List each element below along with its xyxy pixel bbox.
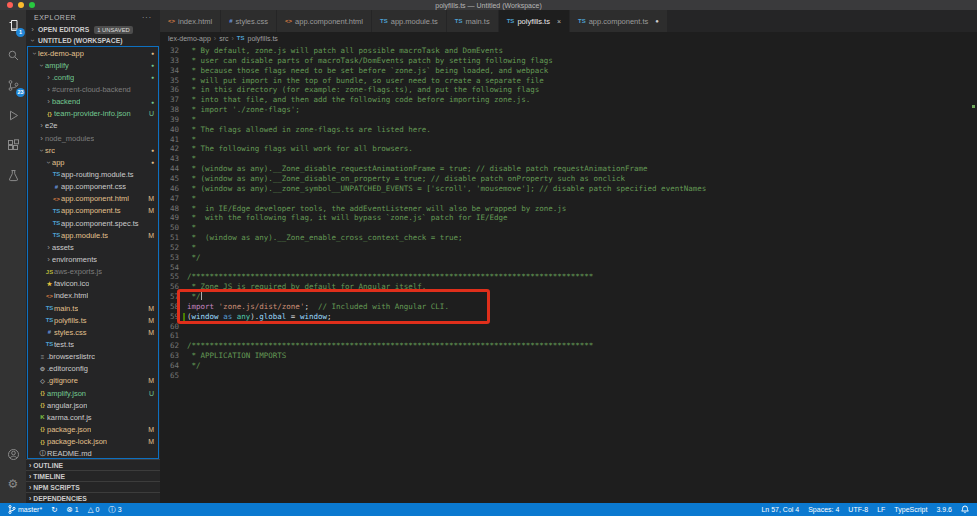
tree-folder-node_modules[interactable]: ›node_modules bbox=[28, 132, 158, 144]
tree-file-test.ts[interactable]: TStest.ts bbox=[28, 338, 158, 350]
open-editors-section[interactable]: › OPEN EDITORS 1 UNSAVED bbox=[26, 24, 160, 35]
tree-file-package-lock.json[interactable]: {}package-lock.jsonM bbox=[28, 436, 158, 448]
code-line-41: 41 * bbox=[160, 135, 977, 145]
tree-file-main.ts[interactable]: TSmain.tsM bbox=[28, 302, 158, 314]
tree-item-label: test.ts bbox=[54, 340, 74, 349]
maximize-window-button[interactable] bbox=[29, 2, 35, 8]
tree-folder-assets[interactable]: ›assets bbox=[28, 241, 158, 253]
panel-outline[interactable]: ›OUTLINE bbox=[26, 459, 160, 470]
tree-file-app.component.ts[interactable]: TSapp.component.tsM bbox=[28, 205, 158, 217]
tree-file-app-routing.module.ts[interactable]: TSapp-routing.module.ts bbox=[28, 168, 158, 180]
tree-folder-.config[interactable]: ›.config● bbox=[28, 71, 158, 83]
status-3-9-6[interactable]: 3.9.6 bbox=[936, 506, 952, 513]
extensions-icon[interactable] bbox=[0, 130, 26, 160]
code-line-37: 37 * into that file, and then add the fo… bbox=[160, 95, 977, 105]
tree-file-.gitignore[interactable]: ◇.gitignoreM bbox=[28, 375, 158, 387]
tree-file-polyfills.ts[interactable]: TSpolyfills.tsM bbox=[28, 314, 158, 326]
tree-file-amplify.json[interactable]: {}amplify.jsonU bbox=[28, 387, 158, 399]
code-line-42: 42 * The following flags will work for a… bbox=[160, 144, 977, 154]
tree-folder-#current-cloud-backend[interactable]: ›#current-cloud-backend bbox=[28, 83, 158, 95]
status-warning[interactable]: △0 bbox=[88, 505, 100, 514]
tree-file-karma.conf.js[interactable]: Kkarma.conf.js bbox=[28, 411, 158, 423]
tree-folder-environments[interactable]: ›environments bbox=[28, 253, 158, 265]
tree-folder-e2e[interactable]: ›e2e bbox=[28, 120, 158, 132]
status-typescript[interactable]: TypeScript bbox=[894, 506, 927, 513]
line-number: 41 bbox=[160, 135, 179, 145]
tree-item-label: lex-demo-app bbox=[38, 49, 84, 58]
tab-styles.css[interactable]: #styles.css bbox=[221, 10, 277, 32]
tree-file-index.html[interactable]: <>index.html bbox=[28, 290, 158, 302]
chevron-right-icon: › bbox=[45, 73, 52, 82]
tab-index.html[interactable]: <>index.html bbox=[160, 10, 221, 32]
status-utf-8[interactable]: UTF-8 bbox=[848, 506, 868, 513]
tree-item-label: .browserslistrc bbox=[47, 352, 95, 361]
account-icon[interactable] bbox=[0, 439, 26, 469]
tree-file-favicon.ico[interactable]: ★favicon.ico bbox=[28, 278, 158, 290]
tree-folder-src[interactable]: ›src● bbox=[28, 144, 158, 156]
testing-icon[interactable] bbox=[0, 160, 26, 190]
chevron-down-icon: › bbox=[37, 147, 46, 154]
code-editor[interactable]: 32 * By default, zone.js will patch all … bbox=[160, 44, 977, 503]
tree-file-team-provider-info.json[interactable]: {}team-provider-info.jsonU bbox=[28, 108, 158, 120]
explorer-icon[interactable]: 1 bbox=[0, 10, 26, 40]
panel-dependencies[interactable]: ›DEPENDENCIES bbox=[26, 492, 160, 503]
status-bell[interactable] bbox=[961, 505, 969, 514]
tree-folder-backend[interactable]: ›backend● bbox=[28, 96, 158, 108]
tree-file-package.json[interactable]: {}package.jsonM bbox=[28, 423, 158, 435]
chevron-right-icon: › bbox=[29, 495, 31, 502]
tree-file-app.component.spec.ts[interactable]: TSapp.component.spec.ts bbox=[28, 217, 158, 229]
close-tab-icon[interactable]: × bbox=[557, 18, 561, 25]
tab-app.component.html[interactable]: <>app.component.html bbox=[277, 10, 372, 32]
source-control-icon[interactable]: 23 bbox=[0, 70, 26, 100]
status-ln-57-col-4[interactable]: Ln 57, Col 4 bbox=[761, 506, 799, 513]
tree-file-.editorconfig[interactable]: ⚙.editorconfig bbox=[28, 363, 158, 375]
tree-folder-app[interactable]: ›app● bbox=[28, 156, 158, 168]
git-modified-dot-icon: ● bbox=[151, 50, 154, 56]
tab-bar: <>index.html#styles.css<>app.component.h… bbox=[160, 10, 977, 32]
tree-file-app.component.css[interactable]: #app.component.css bbox=[28, 181, 158, 193]
workspace-section[interactable]: › UNTITLED (WORKSPACE) bbox=[26, 35, 160, 46]
chevron-right-icon: › bbox=[45, 85, 52, 94]
status-spaces-4[interactable]: Spaces: 4 bbox=[808, 506, 839, 513]
status-info[interactable]: ⓘ3 bbox=[108, 505, 121, 515]
minimize-window-button[interactable] bbox=[18, 2, 24, 8]
editor-group: <>index.html#styles.css<>app.component.h… bbox=[160, 10, 977, 503]
status-lf[interactable]: LF bbox=[877, 506, 885, 513]
breadcrumb-item[interactable]: polyfills.ts bbox=[248, 35, 278, 42]
status-sync[interactable]: ↻ bbox=[51, 505, 57, 514]
tab-polyfills.ts[interactable]: TSpolyfills.ts× bbox=[499, 10, 570, 32]
tree-file-.browserslistrc[interactable]: ≡.browserslistrc bbox=[28, 351, 158, 363]
tree-item-label: e2e bbox=[45, 121, 58, 130]
run-debug-icon[interactable] bbox=[0, 100, 26, 130]
chevron-right-icon: › bbox=[45, 97, 52, 106]
tree-folder-amplify[interactable]: ›amplify● bbox=[28, 59, 158, 71]
html-file-icon: <> bbox=[168, 18, 175, 24]
breadcrumb[interactable]: lex-demo-app›src›TSpolyfills.ts bbox=[160, 32, 977, 44]
code-line-61: 61 bbox=[160, 331, 977, 341]
settings-gear-icon[interactable]: ⚙ bbox=[0, 469, 26, 499]
tree-file-app.component.html[interactable]: <>app.component.htmlM bbox=[28, 193, 158, 205]
tree-file-angular.json[interactable]: {}angular.json bbox=[28, 399, 158, 411]
ts-file-icon: TS bbox=[52, 208, 61, 214]
tree-folder-lex-demo-app[interactable]: ›lex-demo-app● bbox=[28, 47, 158, 59]
chevron-right-icon: › bbox=[45, 255, 52, 264]
panel-npm-scripts[interactable]: ›NPM SCRIPTS bbox=[26, 481, 160, 492]
status-branch[interactable]: master* bbox=[8, 505, 42, 514]
panel-timeline[interactable]: ›TIMELINE bbox=[26, 470, 160, 481]
tree-file-app.module.ts[interactable]: TSapp.module.tsM bbox=[28, 229, 158, 241]
breadcrumb-item[interactable]: lex-demo-app bbox=[168, 35, 211, 42]
tab-app.module.ts[interactable]: TSapp.module.ts bbox=[372, 10, 447, 32]
tree-file-README.md[interactable]: ⓘREADME.md bbox=[28, 448, 158, 459]
tree-file-styles.css[interactable]: #styles.cssM bbox=[28, 326, 158, 338]
tab-main.ts[interactable]: TSmain.ts bbox=[447, 10, 499, 32]
search-icon[interactable] bbox=[0, 40, 26, 70]
css-file-icon: # bbox=[45, 329, 54, 335]
close-window-button[interactable] bbox=[7, 2, 13, 8]
tab-app.component.ts[interactable]: TSapp.component.ts● bbox=[570, 10, 668, 32]
status-error[interactable]: ⊗1 bbox=[66, 505, 78, 514]
explorer-more-actions-icon[interactable]: ··· bbox=[142, 14, 152, 21]
tree-item-label: app.component.ts bbox=[61, 206, 121, 215]
tree-file-aws-exports.js[interactable]: JSaws-exports.js bbox=[28, 266, 158, 278]
tree-item-label: polyfills.ts bbox=[54, 316, 87, 325]
breadcrumb-item[interactable]: src bbox=[219, 35, 228, 42]
